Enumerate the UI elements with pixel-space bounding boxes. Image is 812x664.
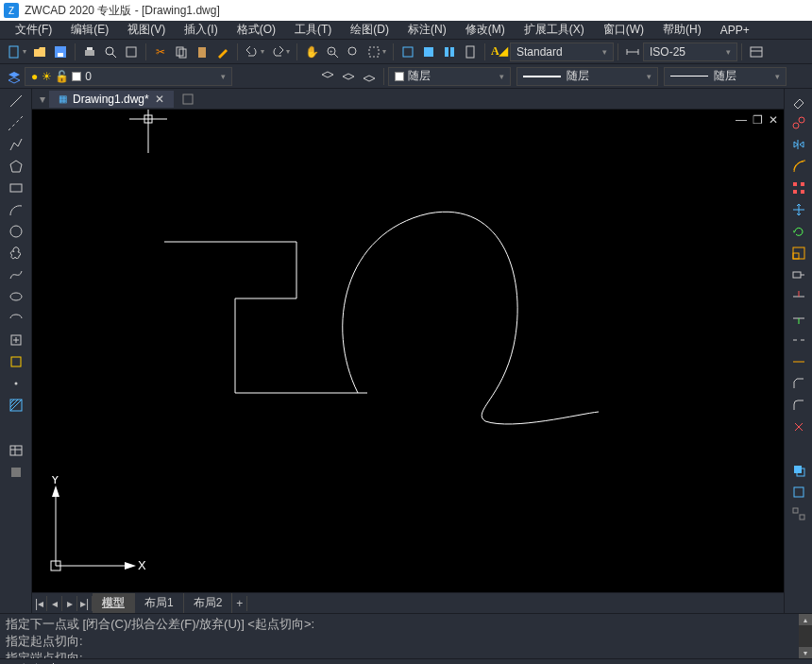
new-tab-icon[interactable] <box>179 91 196 108</box>
polyline-icon[interactable] <box>8 136 25 153</box>
paste-icon[interactable] <box>195 44 210 60</box>
circle-icon[interactable] <box>8 223 25 240</box>
linetype-combo[interactable]: 随层▾ <box>516 67 658 86</box>
dropdown-arrow-icon[interactable]: ▾ <box>23 47 26 56</box>
dimstyle-btn-icon[interactable] <box>625 44 640 60</box>
zoom-realtime-icon[interactable]: + <box>325 44 340 60</box>
pan-icon[interactable]: ✋ <box>304 44 319 60</box>
redo-icon[interactable] <box>270 44 285 60</box>
tablist-arrow-icon[interactable]: ▾ <box>36 93 49 106</box>
line-icon[interactable] <box>8 93 25 110</box>
zoom-window-icon[interactable] <box>366 44 381 60</box>
tablstyle-icon[interactable] <box>749 44 764 60</box>
stretch-icon[interactable] <box>790 266 807 283</box>
dimstyle-combo[interactable]: ISO-25▾ <box>643 43 737 61</box>
explode-icon[interactable] <box>790 418 807 435</box>
menu-file[interactable]: 文件(F) <box>6 20 61 40</box>
menu-modify[interactable]: 修改(M) <box>456 20 515 40</box>
group-icon[interactable] <box>790 505 807 522</box>
layer-combo[interactable]: ● ☀ 🔓 0▾ <box>25 67 232 86</box>
offset-icon[interactable] <box>790 158 807 175</box>
publish-icon[interactable] <box>124 44 139 60</box>
dropdown-arrow-icon[interactable]: ▾ <box>261 47 264 56</box>
move-icon[interactable] <box>790 201 807 218</box>
menu-insert[interactable]: 插入(I) <box>175 20 227 40</box>
last-tab-icon[interactable]: ▸| <box>77 596 93 611</box>
prev-tab-icon[interactable]: ◂ <box>47 596 62 611</box>
mirror-icon[interactable] <box>790 136 807 153</box>
new-icon[interactable] <box>7 44 22 60</box>
properties-icon[interactable] <box>400 44 415 60</box>
fillet-icon[interactable] <box>790 397 807 414</box>
ellipsearc-icon[interactable] <box>8 310 25 327</box>
dropdown-arrow-icon[interactable]: ▾ <box>382 47 386 56</box>
table-icon[interactable] <box>8 442 25 459</box>
zoom-prev-icon[interactable] <box>346 44 361 60</box>
print-icon[interactable] <box>82 44 97 60</box>
scale-icon[interactable] <box>790 245 807 262</box>
tab-layout2[interactable]: 布局2 <box>184 593 233 613</box>
menu-tools[interactable]: 工具(T) <box>285 20 341 40</box>
arc-icon[interactable] <box>8 201 25 218</box>
ellipse-icon[interactable] <box>8 288 25 305</box>
layer-manager-icon[interactable] <box>7 69 22 84</box>
save-icon[interactable] <box>53 44 68 60</box>
scroll-down-icon[interactable]: ▾ <box>799 647 812 658</box>
menu-format[interactable]: 格式(O) <box>228 20 285 40</box>
trim-icon[interactable] <box>790 288 807 305</box>
document-tab[interactable]: ▦ Drawing1.dwg* ✕ <box>49 91 174 108</box>
toolpalette-icon[interactable] <box>442 44 457 60</box>
copy-obj-icon[interactable] <box>790 114 807 131</box>
textstyle-combo[interactable]: Standard▾ <box>510 43 614 61</box>
menu-window[interactable]: 窗口(W) <box>594 20 653 40</box>
menu-draw[interactable]: 绘图(D) <box>341 20 398 40</box>
designcenter-icon[interactable] <box>421 44 436 60</box>
close-tab-icon[interactable]: ✕ <box>155 93 164 106</box>
menu-express[interactable]: 扩展工具(X) <box>515 20 594 40</box>
break-icon[interactable] <box>790 332 807 349</box>
first-tab-icon[interactable]: |◂ <box>32 596 47 611</box>
revcloud-icon[interactable] <box>8 245 25 262</box>
chamfer-icon[interactable] <box>790 375 807 392</box>
draworder-icon[interactable] <box>790 462 807 479</box>
insertblock-icon[interactable] <box>8 332 25 349</box>
rotate-icon[interactable] <box>790 223 807 240</box>
tab-layout1[interactable]: 布局1 <box>135 593 184 613</box>
preview-icon[interactable] <box>103 44 118 60</box>
color-combo[interactable]: 随层▾ <box>388 67 511 86</box>
tab-model[interactable]: 模型 <box>93 593 135 613</box>
drawing-canvas[interactable]: ― ❐ ✕ Y X <box>32 110 784 592</box>
xline-icon[interactable] <box>8 114 25 131</box>
extend-icon[interactable] <box>790 310 807 327</box>
erase-icon[interactable] <box>790 93 807 110</box>
join-icon[interactable] <box>790 353 807 370</box>
makeblock-icon[interactable] <box>8 353 25 370</box>
matchprop-icon[interactable] <box>215 44 230 60</box>
textstyle-btn-icon[interactable]: A◢ <box>492 44 507 60</box>
polygon-icon[interactable] <box>8 158 25 175</box>
menu-dim[interactable]: 标注(N) <box>398 20 456 40</box>
selectsimilar-icon[interactable] <box>790 484 807 501</box>
layerprev-icon[interactable] <box>341 69 356 84</box>
scroll-up-icon[interactable]: ▴ <box>799 614 812 625</box>
undo-icon[interactable] <box>245 44 260 60</box>
add-layout-icon[interactable]: + <box>232 596 247 611</box>
menu-help[interactable]: 帮助(H) <box>653 20 711 40</box>
point-icon[interactable] <box>8 375 25 392</box>
menu-app[interactable]: APP+ <box>711 22 759 39</box>
layerstate-icon[interactable] <box>362 69 377 84</box>
calculator-icon[interactable] <box>463 44 478 60</box>
open-icon[interactable] <box>32 44 47 60</box>
cut-icon[interactable]: ✂ <box>153 44 168 60</box>
menu-view[interactable]: 视图(V) <box>118 20 175 40</box>
array-icon[interactable] <box>790 179 807 196</box>
history-scrollbar[interactable]: ▴ ▾ <box>799 614 812 658</box>
menu-edit[interactable]: 编辑(E) <box>61 20 118 40</box>
dropdown-arrow-icon[interactable]: ▾ <box>286 47 290 56</box>
rectangle-icon[interactable] <box>8 179 25 196</box>
hatch-icon[interactable] <box>8 397 25 414</box>
next-tab-icon[interactable]: ▸ <box>62 596 77 611</box>
lineweight-combo[interactable]: 随层▾ <box>664 67 787 86</box>
region-icon[interactable] <box>8 464 25 481</box>
layeriso-icon[interactable] <box>320 69 335 84</box>
